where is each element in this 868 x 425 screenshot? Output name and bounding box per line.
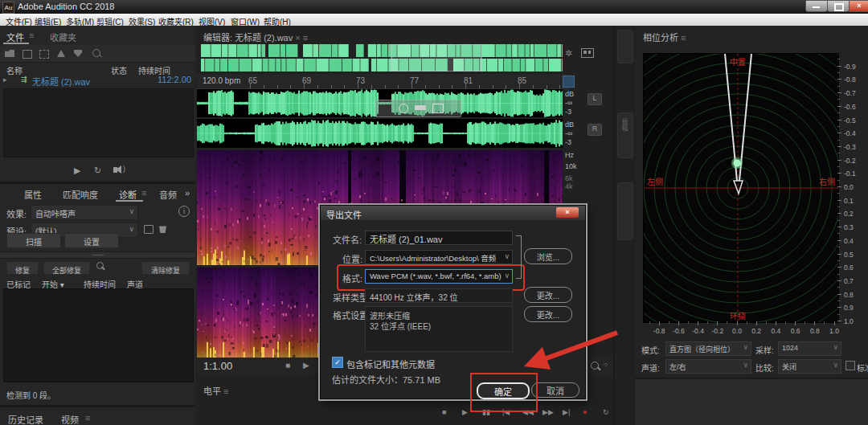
timeline-ruler[interactable]: 120.0 bpm 656973778185 [197, 74, 569, 89]
info-icon[interactable]: i [178, 206, 190, 217]
tab-extra[interactable]: 音频 [159, 188, 177, 201]
tab-loudness[interactable]: 匹配响度 [63, 188, 98, 201]
loop-icon[interactable]: ↻ [603, 408, 609, 416]
phase-y-tick-label: -0.7 [844, 89, 856, 97]
levels-panel-tab[interactable]: 电平 ≡ [203, 384, 228, 397]
channel-right-button[interactable]: R [588, 124, 602, 136]
file-name[interactable]: 无标题 (2).wav [32, 75, 90, 88]
change-format-button[interactable]: 更改... [524, 306, 572, 322]
fix-button[interactable]: 修复 [6, 261, 39, 275]
close-button[interactable]: × [849, 0, 868, 12]
record-icon[interactable]: ● [583, 408, 587, 416]
include-markers-checkbox[interactable]: ✓ [332, 357, 343, 368]
history-menu-icon[interactable]: ≡ [85, 413, 90, 423]
spot-healing-icon[interactable]: ✲ [565, 48, 572, 59]
expand-arrow-icon[interactable]: ▸ [3, 76, 7, 84]
phase-x-tick [834, 321, 835, 325]
waveform-channel-right[interactable] [197, 119, 563, 148]
files-panel-menu-icon[interactable]: ≡ [29, 31, 34, 40]
splitter-bar[interactable] [0, 251, 195, 259]
channel-left-button[interactable]: L [588, 93, 602, 105]
dialog-close-button[interactable]: × [556, 207, 579, 218]
tab-properties[interactable]: 属性 [24, 188, 42, 201]
dock-tab-2[interactable]: 振幅 [617, 112, 633, 158]
ruler-tick [506, 85, 506, 88]
tab-favorites[interactable]: 收藏夹 [50, 31, 76, 43]
window-title: Adobe Audition CC 2018 [18, 2, 114, 11]
trash-icon[interactable] [74, 50, 82, 57]
tab-diagnostics[interactable]: 诊断 [119, 188, 137, 201]
time-display[interactable]: 1:1.00 [203, 360, 232, 372]
play-icon[interactable]: ▶ [303, 361, 309, 370]
files-toolbar [0, 45, 195, 63]
search-icon[interactable] [96, 262, 106, 272]
phase-plot[interactable]: 中置左侧右侧环绕 [643, 53, 839, 323]
phase-y-tick-minor [837, 274, 840, 275]
phase-y-tick-minor [837, 206, 840, 207]
diag-menu-icon[interactable]: ≡ [141, 188, 146, 198]
phase-x-tick [717, 321, 718, 325]
layout-icon[interactable] [581, 48, 594, 58]
cancel-button[interactable]: 取消 [531, 382, 579, 398]
ruler-tick [264, 85, 264, 88]
ruler-tick [452, 85, 452, 88]
save-preset-icon[interactable] [144, 225, 154, 234]
tab-history[interactable]: 历史记录 [8, 413, 43, 425]
phase-y-tick [837, 294, 841, 295]
diag-settings-button[interactable]: 设置 [64, 233, 119, 248]
extract-icon[interactable] [39, 50, 49, 59]
change-sample-button[interactable]: 更改... [524, 287, 572, 303]
phase-y-tick [837, 267, 841, 268]
effect-dropdown[interactable]: 自动咔嗒声 ∨ [31, 205, 138, 220]
filename-input[interactable]: 无标题 (2)_01.wav [365, 231, 513, 245]
delete-preset-icon[interactable] [159, 225, 166, 233]
file-row[interactable]: ▸ ⇶ 无标题 (2).wav 112:2.00 [0, 74, 195, 87]
preview-loop-button[interactable]: ↻ [94, 166, 101, 176]
search-icon[interactable] [92, 49, 100, 57]
ruler-tick [344, 85, 345, 88]
stop-icon[interactable]: ■ [285, 361, 290, 370]
phase-panel-title[interactable]: 相位分析 ≡ [643, 31, 686, 43]
normalize-checkbox[interactable] [845, 361, 855, 370]
diagnostics-list [3, 288, 194, 382]
dock-tab-3[interactable] [617, 182, 633, 240]
samples-dropdown[interactable]: 1024∨ [778, 341, 841, 356]
metronome-icon[interactable] [563, 76, 575, 88]
mode-dropdown[interactable]: 直方图（径向相位）∨ [665, 341, 751, 356]
browse-button[interactable]: 浏览... [524, 248, 572, 264]
dock-tab-1[interactable] [617, 30, 633, 63]
skip-fwd-icon[interactable]: ▶| [563, 408, 570, 416]
play-icon[interactable]: ▶ [462, 408, 468, 416]
channel-dropdown[interactable]: 左/右∨ [665, 359, 751, 374]
phase-footer [635, 379, 868, 425]
new-file-icon[interactable] [23, 50, 32, 59]
compare-dropdown[interactable]: 关闭∨ [778, 359, 841, 374]
import-file-icon[interactable] [5, 50, 14, 57]
preview-volume-icon[interactable]: ) [113, 167, 117, 173]
minimize-button[interactable] [805, 0, 828, 12]
ruler-tick [371, 85, 372, 88]
phase-y-tick-label: 0.2 [844, 210, 854, 218]
maximize-button[interactable] [827, 0, 850, 12]
stop-icon[interactable]: ■ [442, 408, 446, 416]
phase-x-tick [795, 321, 796, 325]
phase-x-tick-label: 0.4 [768, 327, 784, 335]
tab-video[interactable]: 视频 [61, 413, 79, 425]
phase-y-tick-minor [837, 126, 840, 127]
scan-button[interactable]: 扫描 [6, 233, 61, 248]
preview-play-button[interactable]: ▶ [74, 166, 80, 176]
phase-y-tick-label: 0.8 [844, 291, 854, 299]
forward-icon[interactable]: ▶▶ [542, 408, 554, 416]
phase-y-tick-label: 0.3 [844, 223, 854, 231]
mountain-icon[interactable] [57, 50, 65, 57]
phase-x-tick-label: -0.8 [651, 327, 667, 335]
location-dropdown[interactable]: C:\Users\Administrator\Desktop\ 音频∨ [365, 250, 513, 264]
editor-header[interactable]: 编辑器: 无标题 (2).wav × ≡ [203, 31, 308, 43]
tab-files[interactable]: 文件 [6, 31, 24, 43]
fix-all-button[interactable]: 全部修复 [43, 261, 90, 275]
overview-waveform[interactable] [201, 44, 563, 72]
panel-overflow-icon[interactable]: » [185, 188, 190, 198]
clear-button[interactable]: 清除修复 [141, 261, 190, 275]
dialog-title-bar[interactable]: 导出文件 × [321, 206, 585, 220]
selection-hud[interactable] [375, 100, 461, 117]
